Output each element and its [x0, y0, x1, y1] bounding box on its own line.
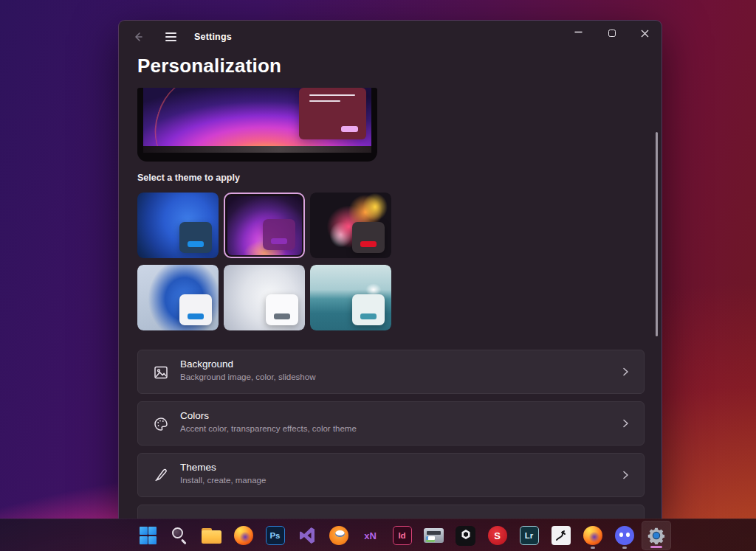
- running-indicator: [622, 547, 627, 549]
- visual-studio-icon: [298, 526, 317, 545]
- taskbar-photoshop[interactable]: Ps: [261, 521, 290, 550]
- theme-tile-captured-motion[interactable]: [310, 193, 391, 258]
- taskbar-icons: Ps xN Id: [132, 519, 672, 551]
- mini-accent-pill: [271, 238, 287, 244]
- mini-accent-pill: [360, 313, 377, 319]
- maximize-button[interactable]: [595, 21, 628, 46]
- gear-icon: [646, 525, 667, 546]
- app-title: Settings: [194, 32, 232, 42]
- windows-start-icon: [140, 527, 157, 544]
- row-subtitle: Accent color, transparency effects, colo…: [180, 424, 357, 433]
- theme-preview-monitor: [137, 88, 377, 162]
- theme-thumbnail: [137, 193, 219, 258]
- taskbar-firefox[interactable]: [229, 521, 258, 550]
- folder-icon: [202, 528, 221, 544]
- theme-thumbnail: [310, 193, 391, 258]
- desktop-wallpaper: Settings Personalization Select a theme …: [0, 0, 756, 551]
- mini-window-card: [263, 219, 295, 250]
- list-item-background[interactable]: Background Background image, color, slid…: [137, 350, 645, 394]
- taskbar-discord[interactable]: [610, 521, 639, 550]
- row-title: Themes: [180, 462, 266, 473]
- theme-thumbnail: [137, 265, 219, 330]
- settings-list: Background Background image, color, slid…: [137, 350, 645, 519]
- taskbar-substance-painter[interactable]: S: [483, 521, 512, 550]
- row-title: Background: [180, 358, 315, 370]
- taskbar-indesign[interactable]: Id: [388, 521, 417, 550]
- chevron-right-icon: [620, 418, 630, 429]
- taskbar-visual-studio[interactable]: [292, 521, 322, 550]
- theme-tile-windows-light[interactable]: [137, 265, 219, 330]
- mini-window-card: [266, 294, 298, 325]
- window-controls: [562, 21, 662, 46]
- back-button[interactable]: [125, 26, 151, 48]
- page-title: Personalization: [137, 55, 281, 77]
- theme-tile-flow[interactable]: [224, 265, 305, 330]
- preview-mock-taskbar: [143, 146, 371, 153]
- preview-text-line: [309, 94, 355, 96]
- close-button[interactable]: [628, 21, 662, 46]
- list-item-partial[interactable]: [137, 505, 645, 519]
- preview-mock-window: [299, 88, 366, 139]
- preview-glow-arc: [145, 88, 220, 146]
- row-subtitle: Install, create, manage: [180, 476, 266, 485]
- active-indicator: [650, 546, 662, 548]
- row-subtitle: Background image, color, slideshow: [180, 372, 315, 381]
- mini-accent-pill: [188, 241, 204, 247]
- mini-window-card: [179, 222, 212, 253]
- zbrush-icon: [551, 526, 571, 545]
- chevron-right-icon: [620, 470, 630, 480]
- preview-wallpaper: [143, 88, 371, 146]
- substance-painter-icon: S: [488, 526, 507, 545]
- taskbar-settings-active[interactable]: [642, 521, 671, 550]
- taskbar-blender[interactable]: [324, 521, 354, 550]
- minimize-button[interactable]: [562, 21, 595, 46]
- photoshop-icon: Ps: [266, 526, 285, 545]
- theme-thumbnail: [224, 265, 305, 330]
- running-indicator: [591, 547, 595, 549]
- lightroom-icon: Lr: [520, 526, 539, 545]
- image-icon: [153, 364, 169, 381]
- taskbar-scanner[interactable]: [419, 521, 449, 550]
- taskbar-lightroom[interactable]: Lr: [515, 521, 544, 550]
- maximize-icon: [608, 30, 616, 37]
- mini-accent-pill: [188, 313, 204, 319]
- brush-icon: [153, 468, 169, 484]
- preview-accent-button: [341, 126, 358, 132]
- theme-tile-glow-selected[interactable]: [224, 193, 305, 258]
- theme-thumbnail: [227, 196, 302, 255]
- taskbar-start-button[interactable]: [134, 521, 163, 550]
- taskbar-xnview[interactable]: xN: [356, 521, 385, 550]
- taskbar-unity[interactable]: [451, 521, 481, 550]
- taskbar-firefox-2[interactable]: [578, 521, 608, 550]
- list-item-themes[interactable]: Themes Install, create, manage: [137, 453, 645, 497]
- theme-tile-sunrise[interactable]: [310, 265, 391, 330]
- hamburger-icon: [165, 32, 176, 41]
- select-theme-label: Select a theme to apply: [137, 173, 240, 183]
- mini-window-card: [352, 294, 385, 325]
- search-icon: [171, 527, 189, 544]
- hamburger-menu-button[interactable]: [157, 26, 184, 48]
- row-title: Colors: [180, 410, 357, 421]
- discord-icon: [615, 526, 634, 545]
- preview-text-line: [309, 100, 340, 102]
- theme-tile-windows-dark[interactable]: [137, 193, 219, 258]
- blender-icon: [329, 526, 348, 545]
- theme-grid: [137, 193, 403, 330]
- taskbar-file-explorer[interactable]: [197, 521, 227, 550]
- mini-accent-pill: [274, 313, 290, 319]
- xnview-icon: xN: [364, 530, 377, 541]
- taskbar-zbrush[interactable]: [546, 521, 576, 550]
- scrollbar-thumb[interactable]: [656, 132, 658, 336]
- scanner-icon: [424, 528, 444, 543]
- firefox-icon: [234, 526, 253, 545]
- chevron-right-icon: [620, 367, 630, 377]
- mini-window-card: [179, 294, 212, 325]
- taskbar-search-button[interactable]: [165, 521, 195, 550]
- list-item-colors[interactable]: Colors Accent color, transparency effect…: [137, 401, 645, 446]
- mini-window-card: [352, 222, 385, 253]
- taskbar: Ps xN Id: [0, 519, 756, 551]
- theme-thumbnail: [310, 265, 391, 330]
- settings-window: Settings Personalization Select a theme …: [118, 20, 662, 519]
- indesign-icon: Id: [393, 526, 412, 545]
- firefox-icon: [583, 526, 602, 545]
